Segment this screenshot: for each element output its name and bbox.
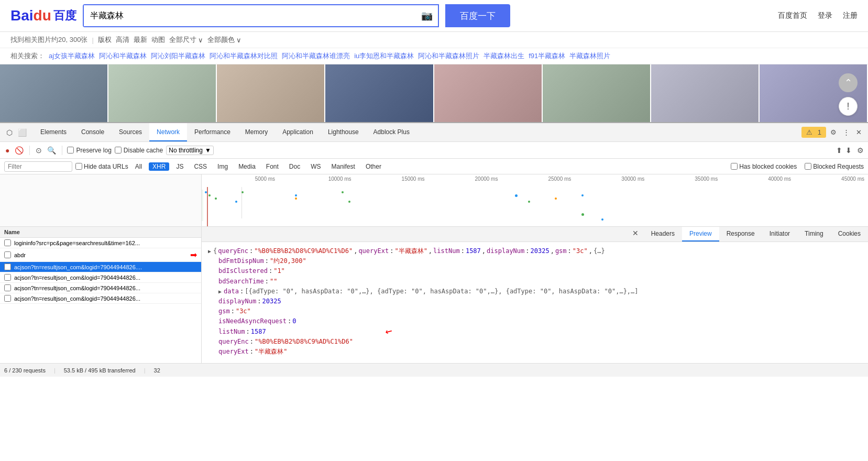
type-btn-other[interactable]: Other: [362, 162, 385, 171]
related-link-5[interactable]: 阿沁和半藏森林谁漂亮: [282, 51, 350, 61]
nav-register[interactable]: 注册: [843, 11, 858, 20]
tab-adblock[interactable]: Adblock Plus: [366, 123, 417, 141]
detail-tab-cookies[interactable]: Cookies: [831, 227, 868, 242]
nav-home[interactable]: 百度首页: [778, 11, 807, 20]
related-link-3[interactable]: 阿沁刘阳半藏森林: [151, 51, 205, 61]
row-checkbox-3[interactable]: [4, 264, 11, 270]
related-link-7[interactable]: 阿沁和半藏森林照片: [418, 51, 479, 61]
has-blocked-label[interactable]: Has blocked cookies Blocked Requests: [731, 163, 864, 170]
arrow-root[interactable]: ▶: [208, 247, 211, 256]
search-icon[interactable]: 🔍: [46, 145, 57, 156]
more-icon[interactable]: ⋮: [841, 127, 852, 137]
detail-tab-initiator[interactable]: Initiator: [762, 227, 797, 242]
json-line-root[interactable]: ▶ { queryEnc : "%B0%EB%B2%D8%C9%AD%C1%D6…: [208, 246, 862, 256]
type-btn-ws[interactable]: WS: [307, 162, 324, 171]
related-link-4[interactable]: 阿沁和半藏森林对比照: [210, 51, 278, 61]
filter-copyright[interactable]: 版权: [98, 35, 112, 45]
tab-lighthouse[interactable]: Lighthouse: [321, 123, 366, 141]
type-btn-all[interactable]: All: [131, 162, 146, 171]
filter-input[interactable]: [4, 161, 72, 172]
blocked-requests-checkbox[interactable]: [805, 163, 811, 170]
related-link-9[interactable]: f91半藏森林: [529, 51, 565, 61]
download-button[interactable]: ⬇: [845, 146, 852, 155]
detail-tab-timing[interactable]: Timing: [797, 227, 831, 242]
search-button[interactable]: 百度一下: [445, 4, 510, 27]
disable-cache-label[interactable]: Disable cache: [115, 147, 163, 154]
type-btn-css[interactable]: CSS: [190, 162, 211, 171]
network-gear-icon[interactable]: ⚙: [857, 146, 864, 155]
related-link-6[interactable]: iu李知恩和半藏森林: [354, 51, 414, 61]
hide-data-urls-checkbox[interactable]: [75, 163, 82, 170]
related-link-10[interactable]: 半藏森林照片: [569, 51, 610, 61]
row-checkbox-5[interactable]: [4, 284, 11, 291]
image-5[interactable]: [434, 64, 543, 122]
image-7[interactable]: [651, 64, 760, 122]
record-button[interactable]: ●: [4, 145, 10, 156]
network-row[interactable]: acjson?tn=resultjson_com&logid=790449448…: [0, 293, 201, 304]
image-6[interactable]: [543, 64, 651, 122]
row-checkbox-1[interactable]: [4, 239, 11, 246]
warning-badge[interactable]: ⚠ 1: [801, 127, 826, 138]
type-btn-manifest[interactable]: Manifest: [328, 162, 359, 171]
network-row-selected[interactable]: acjson?tn=resultjson_com&logid=790449448…: [0, 262, 201, 272]
preserve-log-checkbox[interactable]: [67, 147, 74, 153]
network-row[interactable]: acjson?tn=resultjson_com&logid=790449448…: [0, 283, 201, 293]
row-checkbox-6[interactable]: [4, 295, 11, 302]
search-input[interactable]: [84, 5, 416, 26]
gear-icon[interactable]: ⚙: [828, 127, 839, 137]
type-btn-doc[interactable]: Doc: [285, 162, 304, 171]
tab-memory[interactable]: Memory: [238, 123, 275, 141]
preserve-log-label[interactable]: Preserve log: [67, 147, 111, 154]
json-line-data[interactable]: ▶ data : [{adType: "0", hasAspData: "0",…: [208, 287, 862, 297]
type-btn-xhr[interactable]: XHR: [149, 162, 169, 171]
disable-cache-checkbox[interactable]: [115, 147, 122, 153]
type-btn-font[interactable]: Font: [262, 162, 282, 171]
device-icon[interactable]: ⬜: [16, 127, 29, 138]
has-blocked-checkbox[interactable]: [731, 163, 738, 170]
network-row[interactable]: acjson?tn=resultjson_com&logid=790449448…: [0, 272, 201, 283]
detail-tab-response[interactable]: Response: [719, 227, 762, 242]
related-link-2[interactable]: 阿沁和半藏森林: [99, 51, 147, 61]
image-3[interactable]: [217, 64, 325, 122]
feedback-button[interactable]: !: [839, 97, 858, 116]
filter-hd[interactable]: 高清: [116, 35, 129, 45]
related-link-1[interactable]: aj女孩半藏森林: [49, 51, 95, 61]
close-icon[interactable]: ✕: [854, 127, 864, 137]
network-row[interactable]: abdr ➡: [0, 248, 201, 262]
type-btn-media[interactable]: Media: [235, 162, 259, 171]
tab-console[interactable]: Console: [74, 123, 112, 141]
tab-sources[interactable]: Sources: [112, 123, 149, 141]
related-link-8[interactable]: 半藏森林出生: [484, 51, 524, 61]
throttle-select[interactable]: No throttling ▼: [166, 146, 214, 155]
type-btn-js[interactable]: JS: [172, 162, 187, 171]
detail-tab-preview[interactable]: Preview: [682, 227, 719, 242]
filter-new[interactable]: 最新: [134, 35, 147, 45]
tab-network[interactable]: Network: [149, 123, 187, 141]
filter-icon[interactable]: ⊙: [35, 145, 43, 156]
hide-data-urls-label[interactable]: Hide data URLs: [75, 163, 128, 170]
image-2[interactable]: [108, 64, 217, 122]
detail-close-button[interactable]: ✕: [627, 227, 644, 242]
tab-application[interactable]: Application: [275, 123, 321, 141]
detail-tab-headers[interactable]: Headers: [644, 227, 682, 242]
nav-login[interactable]: 登录: [818, 11, 832, 20]
tab-elements[interactable]: Elements: [33, 123, 74, 141]
arrow-data[interactable]: ▶: [218, 288, 222, 296]
type-btn-img[interactable]: Img: [214, 162, 232, 171]
tab-performance[interactable]: Performance: [187, 123, 238, 141]
row-checkbox-2[interactable]: [4, 251, 11, 258]
image-1[interactable]: [0, 64, 108, 122]
logo-hundred: 百度: [53, 8, 76, 24]
stop-button[interactable]: 🚫: [14, 145, 25, 156]
camera-icon[interactable]: 📷: [416, 10, 438, 21]
network-list: Name logininfo?src=pc&page=searchresult&…: [0, 227, 202, 363]
cursor-icon[interactable]: ⬡: [4, 127, 15, 138]
filter-size[interactable]: 全部尺寸 ∨: [169, 35, 203, 45]
scroll-up-button[interactable]: ⌃: [839, 73, 858, 92]
row-checkbox-4[interactable]: [4, 274, 11, 281]
upload-button[interactable]: ⬆: [836, 146, 842, 155]
filter-color[interactable]: 全部颜色 ∨: [207, 35, 241, 45]
image-4[interactable]: [325, 64, 434, 122]
filter-animated[interactable]: 动图: [151, 35, 165, 45]
network-row[interactable]: logininfo?src=pc&page=searchresult&time=…: [0, 238, 201, 248]
